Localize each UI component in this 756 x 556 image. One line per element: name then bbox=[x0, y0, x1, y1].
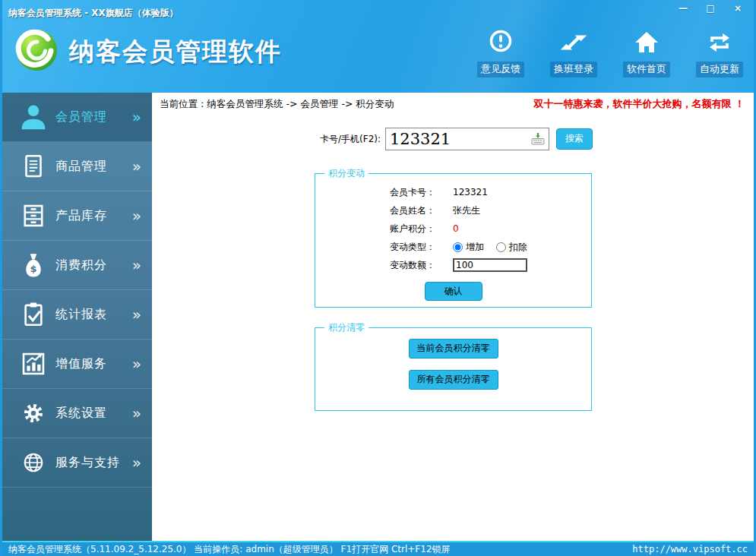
sidebar-item-label: 会员管理 bbox=[55, 109, 107, 125]
member-name-row: 会员姓名： 张先生 bbox=[315, 201, 591, 220]
points-change-fieldset: 积分变动 会员卡号： 123321 会员姓名： 张先生 账户积分： 0 变动类型… bbox=[315, 173, 592, 308]
search-row: 卡号/手机(F2): 搜索 bbox=[152, 128, 593, 150]
chevron-right-icon: » bbox=[132, 208, 141, 223]
increase-radio-label: 增加 bbox=[466, 241, 484, 254]
reset-current-member-points-button[interactable]: 当前会员积分清零 bbox=[409, 339, 498, 359]
globe-icon bbox=[16, 448, 51, 477]
change-amount-label: 变动数额： bbox=[390, 259, 444, 272]
member-card-value: 123321 bbox=[453, 187, 488, 197]
chevron-right-icon: » bbox=[132, 406, 141, 421]
sidebar-item-value-added-services[interactable]: 增值服务 » bbox=[2, 340, 152, 389]
sidebar-item-consumption-points[interactable]: $ 消费积分 » bbox=[2, 241, 152, 290]
deduct-radio[interactable] bbox=[496, 242, 506, 252]
confirm-button[interactable]: 确认 bbox=[425, 282, 482, 301]
header-area: 纳客会员管理系统 - XX旗舰店（体验版） — □ × bbox=[2, 0, 754, 93]
sidebar-item-label: 增值服务 bbox=[55, 356, 107, 372]
maximize-button[interactable]: □ bbox=[701, 3, 720, 15]
sidebar-item-member-management[interactable]: 会员管理 » bbox=[2, 93, 152, 142]
chevron-right-icon: » bbox=[132, 356, 141, 371]
search-button[interactable]: 搜索 bbox=[556, 128, 593, 150]
header-action-label: 意见反馈 bbox=[477, 62, 524, 77]
increase-radio-option[interactable]: 增加 bbox=[453, 241, 484, 254]
sidebar-item-label: 商品管理 bbox=[55, 159, 107, 175]
brand: 纳客会员管理软件 bbox=[14, 28, 282, 75]
document-icon bbox=[16, 152, 51, 181]
header-action-label: 软件首页 bbox=[623, 62, 670, 77]
promo-banner: 双十一特惠来袭，软件半价大抢购，名额有限 ！ bbox=[533, 97, 745, 111]
sidebar-item-service-support[interactable]: 服务与支持 » bbox=[2, 438, 152, 488]
reset-all-members-points-button[interactable]: 所有会员积分清零 bbox=[409, 370, 498, 390]
chevron-right-icon: » bbox=[132, 159, 141, 174]
gear-icon bbox=[16, 399, 51, 428]
auto-update-action[interactable]: 自动更新 bbox=[696, 29, 743, 77]
sidebar-item-statistics-reports[interactable]: 统计报表 » bbox=[2, 290, 152, 340]
status-url: http://www.vipsoft.cc bbox=[632, 544, 748, 554]
sidebar-item-system-settings[interactable]: 系统设置 » bbox=[2, 389, 152, 438]
deduct-radio-option[interactable]: 扣除 bbox=[496, 241, 527, 254]
member-card-label: 会员卡号： bbox=[390, 186, 444, 199]
cabinet-icon bbox=[16, 201, 51, 230]
member-card-row: 会员卡号： 123321 bbox=[315, 183, 591, 201]
app-logo-icon bbox=[14, 28, 59, 75]
breadcrumb-row: 当前位置：纳客会员管理系统 -> 会员管理 -> 积分变动 双十一特惠来袭，软件… bbox=[152, 93, 754, 115]
increase-radio[interactable] bbox=[453, 242, 463, 252]
header-action-label: 自动更新 bbox=[696, 62, 743, 77]
search-label: 卡号/手机(F2): bbox=[320, 133, 381, 146]
chevron-right-icon: » bbox=[132, 109, 141, 125]
member-name-value: 张先生 bbox=[453, 204, 480, 217]
member-icon bbox=[16, 102, 51, 132]
auto-update-icon bbox=[706, 29, 733, 59]
chevron-right-icon: » bbox=[132, 455, 141, 470]
header-actions: 意见反馈 换班登录 软件首页 bbox=[477, 29, 743, 77]
points-reset-legend: 积分清零 bbox=[324, 321, 369, 334]
sidebar-item-label: 系统设置 bbox=[55, 406, 107, 422]
sidebar-item-label: 消费积分 bbox=[55, 257, 107, 273]
sidebar-item-goods-management[interactable]: 商品管理 » bbox=[2, 142, 152, 191]
member-name-label: 会员姓名： bbox=[390, 204, 444, 217]
svg-text:$: $ bbox=[30, 263, 36, 274]
sidebar-item-product-inventory[interactable]: 产品库存 » bbox=[2, 191, 152, 241]
breadcrumb: 当前位置：纳客会员管理系统 -> 会员管理 -> 积分变动 bbox=[160, 98, 394, 111]
close-button[interactable]: × bbox=[728, 3, 748, 15]
status-bar: 纳客会员管理系统（5.11.09.2_5.12.25.0） 当前操作员: adm… bbox=[2, 541, 754, 556]
account-points-value: 0 bbox=[453, 223, 459, 234]
feedback-action[interactable]: 意见反馈 bbox=[477, 29, 524, 77]
shift-login-action[interactable]: 换班登录 bbox=[550, 29, 597, 77]
window-controls: — □ × bbox=[673, 3, 748, 15]
title-bar: 纳客会员管理系统 - XX旗舰店（体验版） bbox=[2, 0, 754, 20]
card-search-input[interactable] bbox=[390, 129, 528, 149]
main-content: 当前位置：纳客会员管理系统 -> 会员管理 -> 积分变动 双十一特惠来袭，软件… bbox=[152, 93, 754, 541]
minimize-button[interactable]: — bbox=[673, 3, 693, 15]
change-type-row: 变动类型： 增加 扣除 bbox=[315, 238, 591, 256]
sidebar-item-label: 产品库存 bbox=[55, 208, 107, 224]
change-amount-row: 变动数额： bbox=[315, 256, 591, 274]
keyboard-icon[interactable] bbox=[531, 133, 545, 145]
change-amount-input[interactable] bbox=[453, 258, 527, 272]
account-points-label: 账户积分： bbox=[390, 223, 444, 235]
account-points-row: 账户积分： 0 bbox=[315, 220, 591, 238]
sidebar: 会员管理 » 商品管理 » 产 bbox=[2, 93, 152, 541]
sidebar-item-label: 服务与支持 bbox=[55, 455, 120, 471]
chevron-right-icon: » bbox=[132, 307, 141, 322]
clipboard-check-icon bbox=[16, 300, 51, 329]
app-window: 纳客会员管理系统 - XX旗舰店（体验版） — □ × bbox=[0, 0, 756, 556]
points-change-legend: 积分变动 bbox=[324, 167, 369, 180]
chart-icon bbox=[16, 349, 51, 378]
deduct-radio-label: 扣除 bbox=[509, 241, 527, 254]
change-type-label: 变动类型： bbox=[390, 241, 444, 254]
header-action-label: 换班登录 bbox=[550, 62, 597, 77]
status-info: 纳客会员管理系统（5.11.09.2_5.12.25.0） 当前操作员: adm… bbox=[8, 543, 451, 556]
window-title: 纳客会员管理系统 - XX旗舰店（体验版） bbox=[8, 8, 179, 18]
app-title: 纳客会员管理软件 bbox=[69, 35, 282, 69]
card-search-box bbox=[385, 128, 549, 150]
home-icon bbox=[633, 29, 660, 59]
home-action[interactable]: 软件首页 bbox=[623, 29, 670, 77]
chevron-right-icon: » bbox=[132, 257, 141, 273]
feedback-icon bbox=[487, 29, 514, 59]
money-bag-icon: $ bbox=[16, 251, 51, 280]
points-reset-fieldset: 积分清零 当前会员积分清零 所有会员积分清零 bbox=[315, 327, 592, 411]
sidebar-item-label: 统计报表 bbox=[55, 307, 107, 323]
shift-login-icon bbox=[560, 29, 587, 59]
